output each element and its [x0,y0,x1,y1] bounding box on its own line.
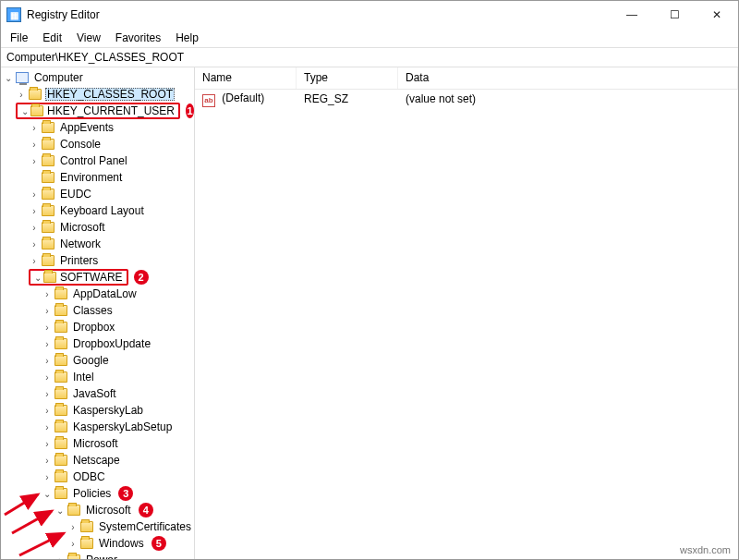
tree-kasperskysetup[interactable]: KasperskyLabSetup [42,419,194,435]
expand-icon[interactable] [55,505,66,516]
address-bar[interactable]: Computer\HKEY_CLASSES_ROOT [1,47,738,67]
window-title: Registry Editor [27,8,100,21]
col-data[interactable]: Data [398,67,738,89]
col-type[interactable]: Type [297,67,398,89]
folder-icon [67,505,80,516]
tree-dropboxupdate[interactable]: DropboxUpdate [42,335,194,352]
watermark: wsxdn.com [680,544,731,555]
tree-appdatalow[interactable]: AppDataLow [42,286,194,302]
menu-edit[interactable]: Edit [35,30,69,46]
expand-icon[interactable] [16,90,27,100]
tree-sw-microsoft[interactable]: Microsoft [42,435,194,452]
menu-view[interactable]: View [69,30,108,46]
tree-dropbox[interactable]: Dropbox [42,319,194,335]
value-type: REG_SZ [304,92,348,105]
tree-keyboard[interactable]: Keyboard Layout [29,202,194,219]
menu-file[interactable]: File [3,30,35,46]
tree-systemcertificates[interactable]: SystemCertificates [67,518,194,535]
close-button[interactable]: ✕ [696,1,738,29]
tree-hkcu[interactable]: HKEY_CURRENT_USER 1 [16,103,194,119]
callout-badge-4: 4 [139,503,153,517]
tree-google[interactable]: Google [42,352,194,369]
minimize-button[interactable]: — [611,1,653,29]
tree-hkcr[interactable]: HKEY_CLASSES_ROOT [16,86,194,103]
tree-classes[interactable]: Classes [42,302,194,319]
tree-environment[interactable]: Environment [29,169,194,186]
tree-appevents[interactable]: AppEvents [29,119,194,136]
tree-netscape[interactable]: Netscape [42,452,194,469]
value-row[interactable]: ab (Default) REG_SZ (value not set) [195,90,738,108]
tree-root-computer[interactable]: Computer [3,69,194,86]
folder-icon [43,272,56,283]
tree-eudc[interactable]: EUDC [29,186,194,202]
expand-icon[interactable] [32,273,43,283]
address-text: Computer\HKEY_CLASSES_ROOT [6,51,184,64]
tree-policies-microsoft[interactable]: Microsoft 4 [55,502,194,518]
expand-icon[interactable] [19,106,30,116]
tree-network[interactable]: Network [29,236,194,252]
folder-icon [55,488,67,499]
tree-policies[interactable]: Policies 3 [42,485,194,502]
callout-badge-5: 5 [151,536,166,551]
folder-icon [80,538,93,549]
folder-icon [30,105,43,116]
value-data: (value not set) [406,92,476,105]
tree-console[interactable]: Console [29,136,194,152]
tree-intel[interactable]: Intel [42,369,194,385]
computer-icon [16,72,29,83]
col-name[interactable]: Name [195,67,297,89]
tree-pane[interactable]: Computer HKEY_CLASSES_ROOT [1,67,195,559]
expand-icon[interactable] [67,539,79,549]
tree-javasoft[interactable]: JavaSoft [42,385,194,402]
menu-bar: File Edit View Favorites Help [1,29,738,47]
string-value-icon: ab [202,94,215,107]
value-name: (Default) [222,91,264,104]
callout-badge-1: 1 [186,103,194,118]
expand-icon[interactable] [42,489,53,499]
folder-icon [29,89,42,100]
title-bar: ▦ Registry Editor — ☐ ✕ [1,1,738,29]
tree-power[interactable]: Power [55,552,194,559]
app-icon: ▦ [6,7,21,22]
tree-odbc[interactable]: ODBC [42,469,194,485]
tree-software[interactable]: SOFTWARE 2 [29,269,194,286]
expand-icon[interactable] [3,73,14,83]
tree-kaspersky[interactable]: KasperskyLab [42,402,194,419]
maximize-button[interactable]: ☐ [653,1,696,29]
column-headers: Name Type Data [195,67,738,90]
values-pane: Name Type Data ab (Default) REG_SZ (valu… [195,67,738,559]
menu-favorites[interactable]: Favorites [108,30,168,46]
tree-microsoft[interactable]: Microsoft [29,219,194,236]
tree-windows[interactable]: Windows 5 [67,535,194,552]
tree-controlpanel[interactable]: Control Panel [29,152,194,169]
callout-badge-3: 3 [118,486,133,501]
menu-help[interactable]: Help [168,30,206,46]
tree-printers[interactable]: Printers [29,252,194,269]
callout-badge-2: 2 [134,270,149,285]
